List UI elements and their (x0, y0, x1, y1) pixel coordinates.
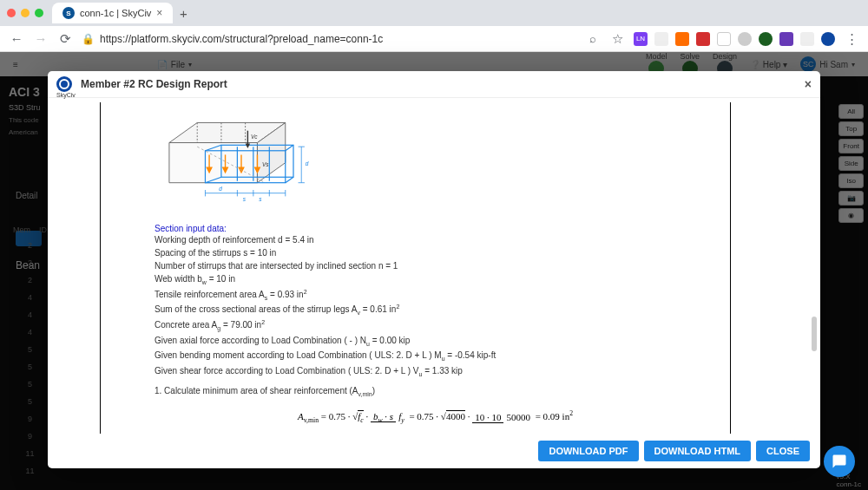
browser-tab-strip: S conn-1c | SkyCiv × + (0, 0, 868, 26)
reload-button[interactable]: ⟳ (57, 31, 73, 47)
skyciv-logo-icon (56, 76, 72, 92)
extension-icon[interactable] (675, 32, 689, 46)
maximize-window-button[interactable] (35, 9, 43, 17)
input-line: Number of stirrups that are intersected … (155, 259, 764, 272)
extension-icon[interactable] (696, 32, 710, 46)
browser-toolbar: ← → ⟳ 🔒 https://platform.skyciv.com/stru… (0, 26, 868, 52)
window-controls (7, 9, 43, 17)
scrollbar[interactable] (812, 124, 817, 399)
new-tab-button[interactable]: + (173, 3, 194, 23)
logo-text: SkyCiv (56, 92, 76, 98)
close-button[interactable]: CLOSE (756, 441, 810, 461)
chat-button[interactable] (824, 446, 855, 477)
lock-icon: 🔒 (82, 33, 95, 45)
extensions-row: LN (634, 32, 835, 46)
modal-header: SkyCiv Member #2 RC Design Report × (48, 71, 820, 98)
extension-icon[interactable] (779, 32, 793, 46)
svg-text:s: s (243, 196, 247, 202)
input-line: Working depth of reinforcement d = 5.4 i… (155, 233, 764, 246)
svg-line-11 (286, 177, 293, 182)
svg-text:Vs: Vs (262, 161, 269, 167)
modal-footer: DOWNLOAD PDF DOWNLOAD HTML CLOSE (48, 434, 820, 468)
tab-favicon: S (62, 7, 75, 19)
svg-text:Vc: Vc (251, 134, 258, 140)
input-line: Spacing of the stirrups s = 10 in (155, 246, 764, 259)
input-line: Given bending moment according to Load C… (155, 349, 764, 364)
star-icon[interactable]: ☆ (609, 31, 625, 47)
svg-line-9 (286, 145, 293, 150)
browser-tab[interactable]: S conn-1c | SkyCiv × (52, 3, 173, 23)
close-icon[interactable]: × (805, 77, 812, 91)
search-icon[interactable]: ⌕ (585, 32, 601, 45)
svg-text:d: d (219, 186, 222, 192)
close-tab-icon[interactable]: × (156, 7, 162, 19)
extension-icon[interactable] (821, 32, 835, 46)
input-line: Web width bw = 10 in (155, 272, 764, 288)
download-pdf-button[interactable]: DOWNLOAD PDF (538, 441, 638, 461)
input-line: Given shear force according to Load Comb… (155, 364, 764, 380)
download-html-button[interactable]: DOWNLOAD HTML (644, 441, 752, 461)
address-bar[interactable]: 🔒 https://platform.skyciv.com/structural… (82, 33, 576, 45)
input-line: Concrete area Ag = 79.00 in2 (155, 318, 764, 334)
tab-title: conn-1c | SkyCiv (80, 8, 151, 18)
input-line: Given axial force according to Load Comb… (155, 334, 764, 350)
equation-1: Av,min = 0.75 · √fc · bw · sfy = 0.75 · … (107, 409, 764, 424)
step-1: 1. Calculate minimum area of shear reinf… (155, 386, 764, 397)
beam-shear-diagram: Vc Vs d s s d (155, 107, 328, 211)
input-line: Tensile reinforcement area As = 0.93 in2 (155, 288, 764, 304)
svg-text:d: d (306, 160, 309, 167)
extension-icon[interactable] (759, 32, 773, 46)
svg-text:s: s (259, 196, 262, 202)
report-modal: SkyCiv Member #2 RC Design Report × (48, 71, 820, 468)
modal-body: Vc Vs d s s d Section input data: Workin… (48, 98, 820, 434)
extension-icon[interactable] (800, 32, 814, 46)
close-window-button[interactable] (7, 9, 16, 17)
url-text: https://platform.skyciv.com/structural?p… (100, 33, 383, 45)
section-input-header: Section input data: (155, 224, 764, 233)
extension-icon[interactable] (654, 32, 668, 46)
extension-icon[interactable]: LN (634, 32, 648, 46)
modal-title: Member #2 RC Design Report (81, 78, 227, 90)
back-button[interactable]: ← (9, 31, 24, 46)
minimize-window-button[interactable] (21, 9, 30, 17)
menu-icon[interactable]: ⋮ (844, 31, 859, 47)
input-line: Sum of the cross sectional areas of the … (155, 303, 764, 318)
extension-icon[interactable] (717, 32, 731, 46)
forward-button[interactable]: → (33, 31, 49, 46)
extension-icon[interactable] (738, 32, 752, 46)
input-data-block: Working depth of reinforcement d = 5.4 i… (155, 233, 764, 379)
report-page: Vc Vs d s s d Section input data: Workin… (100, 102, 777, 434)
